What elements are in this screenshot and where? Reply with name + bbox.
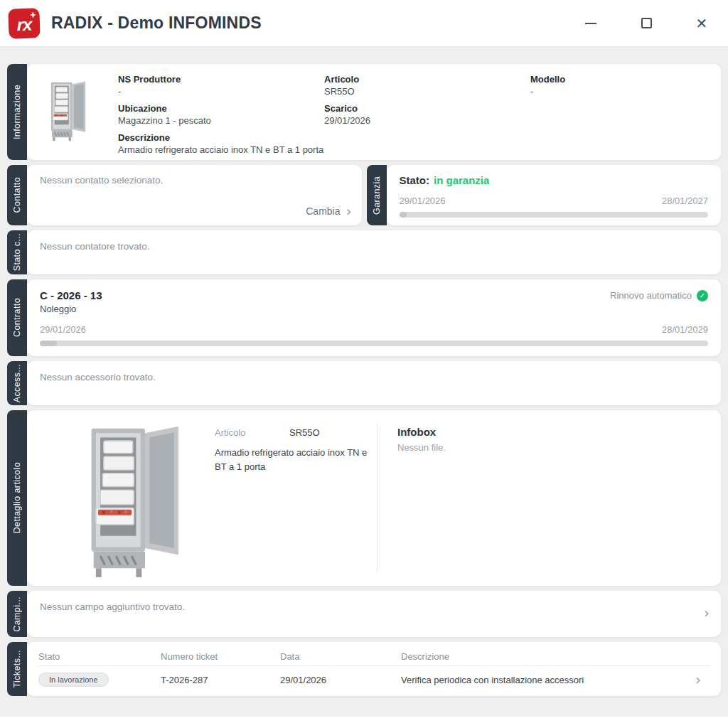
tab-dettaglio-articolo-label: Dettaglio articolo [12,462,22,533]
renewal-label: Rinnovo automatico [610,290,692,301]
contatto-garanzia-row: Contatto Nessun contatto selezionato. Ca… [7,165,721,225]
product-thumbnail [44,74,118,153]
close-button[interactable]: ✕ [692,14,711,33]
contratto-progress-bar [40,341,708,346]
dettaglio-card: Articolo SR55O Armadio refrigerato accia… [27,410,721,586]
tab-dettaglio-articolo[interactable]: Dettaglio articolo [7,410,27,586]
section-garanzia: Garanzia Stato:in garanzia 29/01/2026 28… [367,165,722,225]
dettaglio-articolo-row: Articolo SR55O [215,427,377,438]
minimize-button[interactable] [582,14,600,33]
main-content: Informazione NS Produttore - Ubicazione … [0,47,728,717]
scarico-value: 29/01/2026 [324,115,530,126]
tab-garanzia[interactable]: Garanzia [367,165,387,225]
garanzia-progress-fill [400,212,407,218]
window-title: RADIX - Demo INFOMINDS [51,14,262,33]
descrizione-value: Armadio refrigerato acciaio inox TN e BT… [118,144,324,155]
section-contratto: Contratto C - 2026 - 13 Rinnovo automati… [7,279,721,356]
tab-accessori[interactable]: Access... [7,361,27,405]
ubicazione-label: Ubicazione [118,103,324,114]
tab-accessori-label: Access... [12,364,22,402]
tab-stato-contatori-label: Stato c... [12,233,22,271]
field-scarico: Scarico 29/01/2026 [324,103,530,126]
contratto-progress-fill [40,341,57,346]
info-column-2: Articolo SR55O Scarico 29/01/2026 [324,74,530,153]
ticket-date: 29/01/2026 [280,675,401,685]
maximize-icon [641,18,652,28]
descrizione-label: Descrizione [118,132,324,143]
stato-contatori-empty-text: Nessun contatore trovato. [40,241,708,252]
ticket-status-badge: In lavorazione [38,673,109,687]
garanzia-dates: 29/01/2026 28/01/2027 [400,196,709,206]
section-campi: Campi... Nessun campo aggiuntivo trovato… [7,591,721,637]
dettaglio-middle-column: Articolo SR55O Armadio refrigerato accia… [215,422,377,574]
dettaglio-articolo-label: Articolo [215,427,289,438]
ns-produttore-label: NS Produttore [118,74,324,85]
informazione-card: NS Produttore - Ubicazione Magazzino 1 -… [27,64,721,160]
field-ns-produttore: NS Produttore - [118,74,324,97]
tab-contatto-label: Contatto [12,177,22,213]
tab-tickets-label: Tickets... [12,650,22,688]
maximize-button[interactable] [637,14,655,33]
section-accessori: Access... Nessun accessorio trovato. [7,361,721,405]
tab-garanzia-label: Garanzia [372,176,382,215]
ticket-row[interactable]: In lavorazione T-2026-287 29/01/2026 Ver… [38,666,711,693]
tab-contatto[interactable]: Contatto [7,165,27,225]
info-column-3: Modello - [530,74,707,153]
col-header-descrizione: Descrizione [401,651,695,662]
chevron-right-icon: › [346,204,352,218]
garanzia-end-date: 28/01/2027 [662,196,708,206]
tab-contratto[interactable]: Contratto [7,279,27,356]
tab-campi[interactable]: Campi... [7,591,27,637]
chevron-right-icon[interactable]: › [695,671,701,688]
field-articolo: Articolo SR55O [324,74,530,97]
fridge-image-large [73,423,186,579]
articolo-value: SR55O [324,86,530,97]
stato-contatori-card: Nessun contatore trovato. [27,230,721,274]
ticket-number: T-2026-287 [161,675,280,685]
cambia-label: Cambia [306,205,340,217]
tab-campi-label: Campi... [12,596,22,632]
renewal-indicator: Rinnovo automatico ✓ [610,290,708,301]
contratto-end-date: 28/01/2029 [662,324,708,335]
title-bar: rx + RADIX - Demo INFOMINDS ✕ [0,0,728,47]
chevron-right-icon[interactable]: › [704,606,710,637]
field-modello: Modello - [530,74,707,97]
infobox-empty-text: Nessun file. [397,442,707,453]
contratto-code: C - 2026 - 13 [40,289,102,301]
app-window: rx + RADIX - Demo INFOMINDS ✕ Informazio… [0,0,728,728]
ticket-description: Verifica periodica con installazione acc… [401,675,695,685]
check-circle-icon: ✓ [697,290,708,301]
contatto-card: Nessun contatto selezionato. Cambia › [27,165,362,225]
col-header-data: Data [280,651,401,662]
tab-stato-contatori[interactable]: Stato c... [7,230,27,274]
check-glyph: ✓ [700,291,705,299]
garanzia-card: Stato:in garanzia 29/01/2026 28/01/2027 [387,165,722,225]
field-ubicazione: Ubicazione Magazzino 1 - pescato [118,103,324,126]
infobox-panel: Infobox Nessun file. [378,422,707,574]
tab-contratto-label: Contratto [12,298,22,337]
modello-label: Modello [530,74,707,85]
footer-strip [0,717,728,728]
garanzia-start-date: 29/01/2026 [400,196,446,206]
campi-card[interactable]: Nessun campo aggiuntivo trovato. › [27,591,721,637]
modello-value: - [530,86,707,97]
articolo-label: Articolo [324,74,530,85]
section-stato-contatori: Stato c... Nessun contatore trovato. [7,230,721,274]
garanzia-status-line: Stato:in garanzia [400,174,709,186]
contratto-start-date: 29/01/2026 [40,324,86,335]
contratto-type: Noleggio [40,304,708,314]
section-contatto: Contatto Nessun contatto selezionato. Ca… [7,165,362,225]
tab-informazione[interactable]: Informazione [7,64,27,160]
tickets-table-header: Stato Numero ticket Data Descrizione [38,648,711,666]
contatto-empty-text: Nessun contatto selezionato. [40,175,349,186]
tab-tickets[interactable]: Tickets... [7,642,27,696]
field-descrizione: Descrizione Armadio refrigerato acciaio … [118,132,324,155]
tickets-card: Stato Numero ticket Data Descrizione In … [27,642,721,696]
campi-empty-text: Nessun campo aggiuntivo trovato. [40,601,185,637]
contratto-dates: 29/01/2026 28/01/2029 [40,324,708,335]
cambia-button[interactable]: Cambia › [306,204,351,218]
info-column-1: NS Produttore - Ubicazione Magazzino 1 -… [118,74,324,153]
contratto-header: C - 2026 - 13 Rinnovo automatico ✓ [40,289,708,301]
tab-informazione-label: Informazione [12,85,22,139]
stato-label: Stato: [400,174,430,186]
